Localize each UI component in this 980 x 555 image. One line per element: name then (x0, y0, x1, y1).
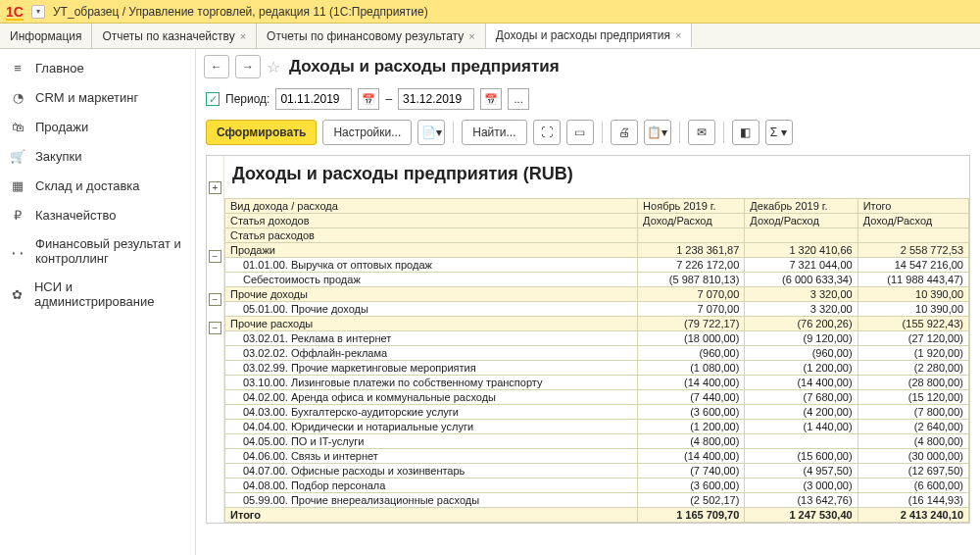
report-area: + − − − Доходы и расходы предприятия (RU… (206, 155, 970, 524)
close-icon[interactable]: × (240, 30, 246, 42)
table-row[interactable]: Итого1 165 709,701 247 530,402 413 240,1… (225, 508, 969, 523)
cell-value: (7 740,00) (638, 464, 745, 479)
tab-0[interactable]: Информация (0, 24, 92, 48)
cell-value: (1 080,00) (638, 361, 745, 376)
sidebar-item-5[interactable]: ₽Казначейство (0, 200, 195, 229)
table-row[interactable]: 04.07.00. Офисные расходы и хозинвентарь… (225, 464, 969, 479)
sidebar-item-1[interactable]: ◔CRM и маркетинг (0, 82, 195, 112)
favorite-star-icon[interactable]: ☆ (267, 58, 280, 76)
table-row[interactable]: Прочие расходы(79 722,17)(76 200,26)(155… (225, 317, 969, 331)
back-button[interactable]: ← (204, 55, 229, 78)
outline-gutter: + − − − (207, 156, 224, 523)
col-subheader[interactable]: Статья доходов (225, 214, 638, 228)
col-subheader[interactable] (745, 228, 858, 243)
date-to-input[interactable] (398, 88, 474, 110)
cell-value: 7 070,00 (638, 302, 745, 317)
date-from-calendar-icon[interactable]: 📅 (358, 88, 379, 110)
table-row[interactable]: 04.04.00. Юридически и нотариальные услу… (225, 420, 969, 434)
cell-value: 10 390,00 (858, 287, 968, 302)
cell-value: (3 600,00) (638, 479, 745, 493)
separator (453, 122, 454, 143)
cell-value: (27 120,00) (858, 331, 968, 346)
col-subheader[interactable] (858, 228, 968, 243)
sidebar-item-4[interactable]: ▦Склад и доставка (0, 171, 195, 200)
report-title: Доходы и расходы предприятия (RUB) (224, 156, 969, 198)
table-row[interactable]: 04.05.00. ПО и IT-услуги(4 800,00)(4 800… (225, 434, 969, 449)
sidebar-item-6[interactable]: ⬪⬪Финансовый результат и контроллинг (0, 229, 195, 273)
col-subheader[interactable]: Статья расходов (225, 228, 638, 243)
cell-value: 7 226 172,00 (638, 258, 745, 273)
period-checkbox[interactable]: ✓ (206, 92, 220, 106)
table-row[interactable]: Себестоимость продаж(5 987 810,13)(6 000… (225, 273, 969, 287)
table-row[interactable]: 03.10.00. Лизинговые платежи по собствен… (225, 376, 969, 390)
table-row[interactable]: 05.01.00. Прочие доходы7 070,003 320,001… (225, 302, 969, 317)
cell-label: 05.01.00. Прочие доходы (225, 302, 638, 317)
date-from-input[interactable] (275, 88, 352, 110)
date-to-calendar-icon[interactable]: 📅 (480, 88, 502, 110)
cell-value: (79 722,17) (638, 317, 745, 331)
expand-all-icon[interactable]: + (209, 181, 221, 194)
table-row[interactable]: Прочие доходы7 070,003 320,0010 390,00 (225, 287, 969, 302)
collapse-button[interactable]: ▭ (566, 120, 594, 145)
sidebar-item-3[interactable]: 🛒Закупки (0, 141, 195, 171)
content-area: ← → ☆ Доходы и расходы предприятия ✓ Пер… (196, 49, 980, 555)
table-row[interactable]: 03.02.99. Прочие маркетинговые мероприят… (225, 361, 969, 376)
col-header[interactable]: Ноябрь 2019 г. (638, 199, 745, 214)
sum-button[interactable]: Σ ▾ (765, 120, 793, 145)
collapse-node-icon[interactable]: − (209, 322, 221, 334)
table-row[interactable]: 04.03.00. Бухгалтерско-аудиторские услуг… (225, 405, 969, 420)
table-row[interactable]: 03.02.02. Оффлайн-реклама(960,00)(960,00… (225, 346, 969, 361)
close-icon[interactable]: × (675, 29, 681, 41)
col-subheader[interactable]: Доход/Расход (858, 214, 968, 228)
col-header[interactable]: Декабрь 2019 г. (745, 199, 858, 214)
cell-value: 2 558 772,53 (858, 243, 968, 258)
table-row[interactable]: Продажи1 238 361,871 320 410,662 558 772… (225, 243, 969, 258)
settings-button[interactable]: Настройки... (322, 120, 412, 145)
table-row[interactable]: 04.08.00. Подбор персонала(3 600,00)(3 0… (225, 479, 969, 493)
forward-button[interactable]: → (235, 55, 261, 78)
cell-value: (30 000,00) (858, 449, 968, 464)
expand-button[interactable]: ⛶ (533, 120, 561, 145)
cell-value: 10 390,00 (858, 302, 968, 317)
svg-text:1С: 1С (6, 4, 24, 20)
nav-toolbar: ← → ☆ Доходы и расходы предприятия (196, 49, 980, 84)
cell-value: (4 957,50) (745, 464, 858, 479)
print-button[interactable]: 🖨 (611, 120, 638, 145)
nav-icon: 🛍 (10, 119, 25, 134)
cell-value: (18 000,00) (638, 331, 745, 346)
cell-value: (7 680,00) (745, 390, 858, 405)
col-subheader[interactable]: Доход/Расход (638, 214, 745, 228)
app-menu-dropdown[interactable]: ▾ (31, 5, 45, 19)
tab-3[interactable]: Доходы и расходы предприятия× (486, 24, 693, 48)
generate-button[interactable]: Сформировать (206, 120, 317, 145)
find-button[interactable]: Найти... (462, 120, 526, 145)
export-button[interactable]: 📋▾ (644, 120, 671, 145)
sidebar-item-0[interactable]: ≡Главное (0, 53, 195, 82)
cell-value: (14 400,00) (638, 449, 745, 464)
cell-label: 01.01.00. Выручка от оптовых продаж (225, 258, 638, 273)
close-icon[interactable]: × (468, 30, 474, 42)
report-table[interactable]: Вид дохода / расхода Ноябрь 2019 г. Дека… (224, 198, 969, 523)
period-pick-button[interactable]: ... (508, 88, 529, 110)
tab-2[interactable]: Отчеты по финансовому результату× (257, 24, 486, 48)
cell-label: 04.06.00. Связь и интернет (225, 449, 638, 464)
table-row[interactable]: 04.02.00. Аренда офиса и коммунальные ра… (225, 390, 969, 405)
table-row[interactable]: 03.02.01. Реклама в интернет(18 000,00)(… (225, 331, 969, 346)
table-row[interactable]: 05.99.00. Прочие внереализационные расхо… (225, 493, 969, 508)
mail-button[interactable]: ✉ (688, 120, 715, 145)
col-header[interactable]: Вид дохода / расхода (225, 199, 638, 214)
col-subheader[interactable]: Доход/Расход (745, 214, 858, 228)
tab-1[interactable]: Отчеты по казначейству× (92, 24, 257, 48)
table-row[interactable]: 04.06.00. Связь и интернет(14 400,00)(15… (225, 449, 969, 464)
sidebar-item-2[interactable]: 🛍Продажи (0, 112, 195, 141)
col-subheader[interactable] (638, 228, 745, 243)
table-row[interactable]: 01.01.00. Выручка от оптовых продаж7 226… (225, 258, 969, 273)
col-header[interactable]: Итого (858, 199, 968, 214)
collapse-node-icon[interactable]: − (209, 250, 221, 263)
variants-button[interactable]: ◧ (732, 120, 760, 145)
tabs-bar: ИнформацияОтчеты по казначейству×Отчеты … (0, 24, 980, 49)
sidebar-item-7[interactable]: ✿НСИ и администрирование (0, 273, 195, 316)
save-variant-button[interactable]: 📄▾ (417, 120, 445, 145)
cell-label: 04.02.00. Аренда офиса и коммунальные ра… (225, 390, 638, 405)
collapse-node-icon[interactable]: − (209, 293, 221, 306)
